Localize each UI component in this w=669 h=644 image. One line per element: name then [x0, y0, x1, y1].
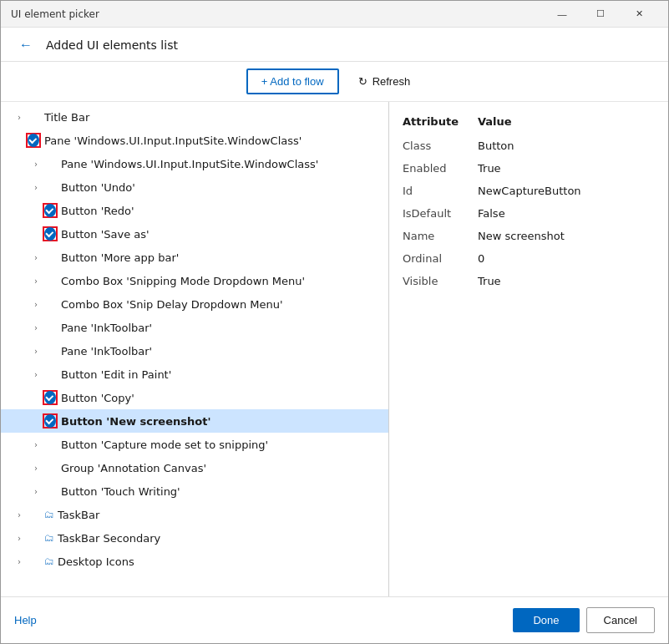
- chevron-placeholder: [29, 414, 43, 428]
- tree-item[interactable]: ›Pane 'InkToolbar': [1, 316, 388, 339]
- checkbox-wrap: [43, 273, 58, 288]
- header: ← Added UI elements list: [1, 28, 668, 62]
- chevron-icon: ›: [13, 508, 26, 521]
- checkbox-wrap: [26, 507, 41, 522]
- tree-item-label: Pane 'InkToolbar': [61, 345, 152, 357]
- tree-item[interactable]: ›Title Bar: [1, 105, 388, 129]
- tree-item[interactable]: Pane 'Windows.UI.Input.InputSite.WindowC…: [1, 129, 388, 152]
- tree-item-label: Button 'Undo': [61, 181, 135, 194]
- cancel-button[interactable]: Cancel: [586, 607, 655, 633]
- checkbox-highlighted[interactable]: [43, 413, 58, 428]
- tree-item-label: Button 'More app bar': [61, 251, 179, 264]
- tree-item-label: Button 'Redo': [61, 205, 134, 217]
- done-button[interactable]: Done: [513, 608, 579, 632]
- tree-item[interactable]: ›Button 'Capture mode set to snipping': [1, 433, 388, 456]
- checkbox-wrap: [43, 367, 58, 382]
- minimize-button[interactable]: —: [543, 1, 581, 28]
- content-area: ›Title BarPane 'Windows.UI.Input.InputSi…: [1, 101, 668, 596]
- tree-item[interactable]: ›Group 'Annotation Canvas': [1, 456, 388, 479]
- tree-item-label: Button 'New screenshot': [61, 415, 210, 428]
- chevron-icon: ›: [29, 484, 43, 498]
- tree-item[interactable]: ›Button 'Touch Writing': [1, 479, 388, 503]
- window-title: UI element picker: [11, 8, 543, 20]
- tree-item-label: Combo Box 'Snipping Mode Dropdown Menu': [61, 275, 305, 287]
- tree-item-label: Button 'Touch Writing': [61, 485, 180, 498]
- checkbox-wrap: [43, 297, 58, 312]
- property-value: 0: [478, 247, 655, 270]
- checkbox-wrap: [43, 250, 58, 265]
- tree-item-label: TaskBar: [58, 509, 99, 521]
- tree-item[interactable]: ›Combo Box 'Snip Delay Dropdown Menu': [1, 292, 388, 316]
- checkbox-wrap: [26, 109, 41, 124]
- tree-item[interactable]: ›🗂TaskBar Secondary: [1, 526, 388, 550]
- tree-item-label: Combo Box 'Snip Delay Dropdown Menu': [61, 298, 283, 311]
- tree-item[interactable]: Button 'Copy': [1, 386, 388, 409]
- properties-table: Attribute Value Class Button Enabled Tru…: [403, 112, 655, 292]
- tree-item[interactable]: ›Button 'Undo': [1, 175, 388, 199]
- help-button[interactable]: Help: [14, 614, 37, 626]
- tree-item[interactable]: ›Combo Box 'Snipping Mode Dropdown Menu': [1, 269, 388, 292]
- checkbox-checked: [28, 134, 39, 147]
- property-attribute: Ordinal: [403, 247, 478, 270]
- tree-item-label: Button 'Capture mode set to snipping': [61, 439, 268, 451]
- property-attribute: Visible: [403, 270, 478, 292]
- window-controls: — ☐ ✕: [543, 1, 658, 28]
- folder-icon: 🗂: [44, 555, 54, 567]
- tree-item-label: Pane 'Windows.UI.Input.InputSite.WindowC…: [44, 134, 302, 147]
- chevron-icon: ›: [13, 531, 26, 545]
- tree-item[interactable]: ›🗂TaskBar: [1, 503, 388, 526]
- checkbox-highlighted[interactable]: [43, 226, 58, 241]
- tree-item[interactable]: ›Button 'Edit in Paint': [1, 363, 388, 386]
- property-row: Name New screenshot: [403, 225, 655, 247]
- tree-item[interactable]: Button 'Redo': [1, 199, 388, 222]
- property-value: True: [478, 270, 655, 292]
- chevron-icon: ›: [29, 157, 43, 170]
- tree-item[interactable]: Button 'Save as': [1, 222, 388, 246]
- checkbox-wrap: [43, 484, 58, 499]
- property-value: New screenshot: [478, 225, 655, 247]
- refresh-button[interactable]: ↻ Refresh: [346, 68, 423, 94]
- checkbox-highlighted[interactable]: [43, 390, 58, 405]
- chevron-icon: ›: [29, 180, 43, 194]
- tree-panel[interactable]: ›Title BarPane 'Windows.UI.Input.InputSi…: [1, 102, 389, 596]
- folder-icon: 🗂: [44, 532, 54, 544]
- back-button[interactable]: ←: [14, 36, 38, 54]
- tree-item-label: Pane 'Windows.UI.Input.InputSite.WindowC…: [61, 158, 318, 170]
- chevron-icon: ›: [29, 461, 43, 474]
- close-button[interactable]: ✕: [620, 1, 658, 28]
- chevron-placeholder: [29, 227, 43, 241]
- checkbox-wrap: [43, 343, 58, 358]
- checkbox-wrap: [43, 156, 58, 171]
- property-attribute: Class: [403, 134, 478, 157]
- property-attribute: Id: [403, 180, 478, 202]
- chevron-icon: ›: [29, 438, 43, 451]
- property-attribute: IsDefault: [403, 202, 478, 225]
- checkbox-wrap: [43, 437, 58, 452]
- page-title: Added UI elements list: [46, 38, 655, 52]
- tree-item-label: Button 'Edit in Paint': [61, 368, 171, 381]
- chevron-icon: ›: [29, 297, 43, 311]
- checkbox-checked: [44, 414, 56, 428]
- chevron-icon: ›: [29, 368, 43, 381]
- add-to-flow-button[interactable]: + Add to flow: [246, 68, 339, 94]
- checkbox-checked: [44, 227, 56, 241]
- tree-item[interactable]: ›Pane 'Windows.UI.Input.InputSite.Window…: [1, 152, 388, 175]
- properties-panel: Attribute Value Class Button Enabled Tru…: [389, 102, 668, 596]
- property-row: Ordinal 0: [403, 247, 655, 270]
- tree-item[interactable]: ›Pane 'InkToolbar': [1, 339, 388, 363]
- checkbox-wrap: [26, 530, 41, 545]
- refresh-icon: ↻: [358, 75, 367, 88]
- checkbox-highlighted[interactable]: [43, 203, 58, 218]
- maximize-button[interactable]: ☐: [581, 1, 620, 28]
- property-row: Class Button: [403, 134, 655, 157]
- tree-item[interactable]: Button 'New screenshot': [1, 409, 388, 433]
- chevron-icon: ›: [29, 251, 43, 264]
- footer: Help Done Cancel: [1, 596, 668, 643]
- tree-item[interactable]: ›Button 'More app bar': [1, 246, 388, 269]
- checkbox-highlighted[interactable]: [26, 133, 41, 148]
- main-window: UI element picker — ☐ ✕ ← Added UI eleme…: [0, 0, 669, 644]
- tree-item-label: Button 'Copy': [61, 392, 134, 404]
- chevron-icon: ›: [29, 344, 43, 357]
- tree-item[interactable]: ›🗂Desktop Icons: [1, 550, 388, 573]
- property-attribute: Enabled: [403, 157, 478, 180]
